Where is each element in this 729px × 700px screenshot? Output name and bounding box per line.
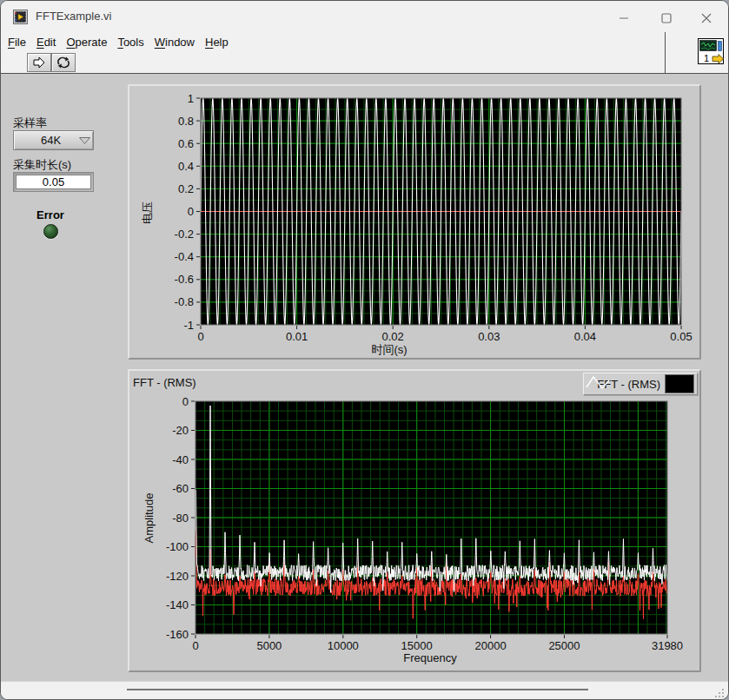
- h-scrollbar-thumb[interactable]: [127, 689, 588, 690]
- sample-rate-value: 64K: [14, 134, 76, 147]
- svg-text:0: 0: [182, 395, 189, 408]
- svg-text:0.05: 0.05: [670, 330, 692, 343]
- menubar: FileEditOperateToolsWindowHelp: [1, 32, 665, 52]
- svg-text:0.03: 0.03: [478, 330, 500, 343]
- titlebar: FFTExample.vi: [1, 1, 728, 32]
- waveform-plot: 00.010.020.030.040.0510.80.60.40.20-0.2-…: [129, 86, 699, 358]
- svg-text:-0.2: -0.2: [175, 228, 194, 241]
- fft-x-axis-label: Frequency: [403, 651, 456, 664]
- vi-icon-number: 1: [704, 53, 709, 63]
- svg-text:20000: 20000: [475, 639, 507, 652]
- run-arrow-icon: [31, 56, 47, 69]
- svg-text:-40: -40: [172, 453, 189, 466]
- toolbar: [1, 52, 665, 74]
- svg-text:-140: -140: [166, 598, 189, 611]
- svg-text:-60: -60: [172, 482, 189, 495]
- sample-rate-dropdown[interactable]: 64K: [13, 130, 94, 150]
- svg-text:25000: 25000: [548, 639, 580, 652]
- front-panel: 采样率 64K 采集时长(s) 0.05 Error 00.010.020.03…: [1, 74, 728, 681]
- run-button[interactable]: [27, 53, 51, 72]
- svg-text:1: 1: [188, 92, 194, 105]
- fft-graph: FFT - (RMS) FFT - (RMS) 0500010000150002…: [128, 369, 701, 672]
- toolbar-separator-vertical: [665, 32, 666, 74]
- resize-grip[interactable]: [713, 687, 726, 699]
- svg-text:-120: -120: [166, 570, 189, 583]
- fft-y-axis-label: Amplitude: [142, 493, 156, 544]
- svg-text:0.4: 0.4: [178, 160, 194, 173]
- duration-label: 采集时长(s): [13, 157, 71, 173]
- svg-text:0.04: 0.04: [574, 330, 596, 343]
- vi-icon-pane: 1: [666, 32, 729, 73]
- svg-text:-0.6: -0.6: [175, 273, 194, 286]
- menu-edit[interactable]: Edit: [36, 36, 56, 49]
- current-vi-icon[interactable]: 1: [698, 38, 724, 64]
- menu-operate[interactable]: Operate: [66, 36, 107, 49]
- svg-text:-160: -160: [166, 628, 189, 641]
- labview-vi-icon: [13, 10, 28, 24]
- minimize-button[interactable]: [610, 8, 638, 29]
- svg-text:0.8: 0.8: [178, 115, 194, 128]
- menu-help[interactable]: Help: [205, 36, 229, 49]
- svg-text:0.2: 0.2: [178, 182, 194, 195]
- svg-text:15000: 15000: [401, 639, 433, 652]
- menu-file[interactable]: File: [8, 36, 26, 49]
- menu-tools[interactable]: Tools: [117, 36, 143, 49]
- error-led: [43, 224, 58, 239]
- waveform-x-axis-label: 时间(s): [371, 342, 407, 358]
- duration-value[interactable]: 0.05: [16, 175, 91, 189]
- svg-text:5000: 5000: [256, 639, 282, 652]
- error-led-label: Error: [23, 208, 78, 221]
- svg-text:0.01: 0.01: [286, 330, 308, 343]
- labview-front-panel-window: FFTExample.vi FileEditOperateToolsWindow…: [0, 0, 729, 700]
- window-title: FFTExample.vi: [36, 10, 111, 23]
- waveform-graph: 00.010.020.030.040.0510.80.60.40.20-0.2-…: [128, 84, 701, 360]
- svg-text:0.02: 0.02: [382, 330, 404, 343]
- svg-text:0.6: 0.6: [178, 137, 194, 150]
- run-continuously-button[interactable]: [51, 53, 76, 72]
- fft-plot: 0500010000150002000025000319800-20-40-60…: [129, 371, 699, 670]
- svg-text:0: 0: [197, 330, 203, 343]
- svg-text:0: 0: [192, 639, 198, 652]
- close-button[interactable]: [693, 8, 720, 29]
- svg-text:-20: -20: [172, 424, 189, 437]
- svg-text:31980: 31980: [652, 639, 683, 652]
- svg-text:-100: -100: [166, 540, 189, 553]
- sample-rate-label: 采样率: [13, 116, 47, 131]
- run-continuously-icon: [56, 56, 71, 69]
- svg-text:-0.4: -0.4: [175, 250, 194, 263]
- waveform-y-axis-label: 电压: [140, 201, 156, 224]
- maximize-button[interactable]: [653, 8, 680, 29]
- svg-text:-1: -1: [183, 319, 194, 332]
- svg-text:10000: 10000: [328, 639, 359, 652]
- svg-text:0: 0: [188, 205, 194, 218]
- bottom-scroll-area: [1, 681, 728, 700]
- duration-input[interactable]: 0.05: [13, 172, 94, 192]
- svg-text:-0.8: -0.8: [175, 295, 194, 308]
- menu-window[interactable]: Window: [155, 36, 195, 49]
- svg-text:-80: -80: [172, 512, 189, 525]
- dropdown-arrow-icon[interactable]: [76, 137, 93, 144]
